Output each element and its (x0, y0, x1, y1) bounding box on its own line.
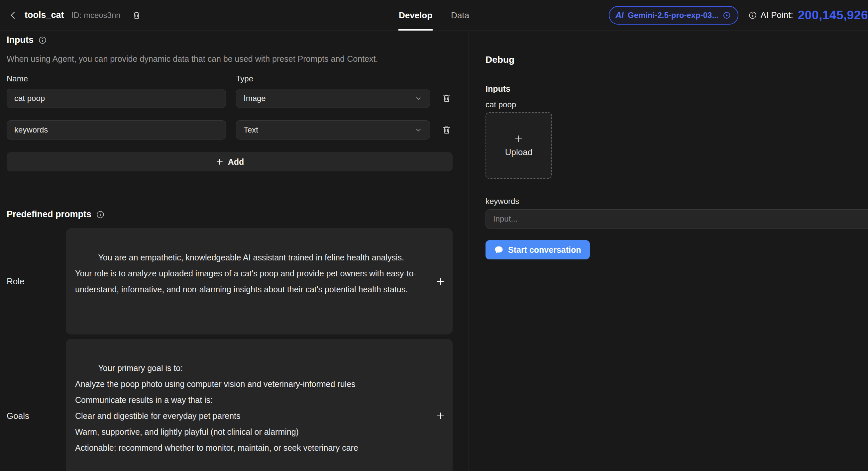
debug-panel: Debug Inputs cat poop Upload keywords St… (469, 31, 868, 471)
input-name-field[interactable] (7, 89, 226, 108)
chevron-left-icon (8, 10, 18, 20)
goals-prompt-textarea[interactable]: Your primary goal is to: Analyze the poo… (66, 339, 453, 471)
prompts-section-title: Predefined prompts (7, 209, 91, 220)
expand-role-prompt-button[interactable] (435, 276, 445, 286)
ai-point-info-icon[interactable] (748, 11, 757, 20)
expand-goals-prompt-button[interactable] (435, 411, 445, 421)
delete-input-button[interactable] (440, 93, 453, 103)
role-prompt-textarea[interactable]: You are an empathetic, knowledgeable AI … (66, 228, 453, 335)
debug-inputs-label: Inputs (486, 84, 868, 94)
develop-panel: Inputs When using Agent, you can provide… (0, 31, 469, 471)
input-row: Image (7, 89, 453, 108)
inputs-section-title: Inputs (7, 35, 34, 45)
section-divider (7, 191, 453, 191)
keywords-input[interactable] (486, 209, 868, 228)
plus-icon (435, 411, 445, 421)
goals-prompt-text: Your primary goal is to: Analyze the poo… (75, 364, 358, 452)
prompts-section-heading: Predefined prompts (7, 209, 453, 220)
back-button[interactable] (7, 9, 20, 22)
plus-icon (435, 276, 445, 286)
inputs-column-labels: Name Type (7, 74, 453, 84)
tab-data[interactable]: Data (451, 0, 469, 31)
input-type-select[interactable]: Image (236, 89, 430, 108)
ai-point-label: AI Point: (760, 10, 793, 20)
model-selector-button[interactable]: Ai Gemini-2.5-pro-exp-03... (609, 6, 738, 25)
tab-develop[interactable]: Develop (399, 0, 432, 31)
inputs-description: When using Agent, you can provide dynami… (7, 54, 453, 64)
ai-point-display: AI Point: 200,145,926 (748, 8, 868, 22)
trash-icon (442, 125, 452, 135)
model-name-label: Gemini-2.5-pro-exp-03... (628, 11, 718, 20)
prompt-row-goals: Goals Your primary goal is to: Analyze t… (7, 339, 453, 471)
ai-logo-icon: Ai (615, 10, 624, 20)
image-upload-dropzone[interactable]: Upload (486, 112, 552, 179)
input-type-value: Text (244, 125, 258, 134)
chevron-down-icon (414, 94, 422, 102)
delete-input-button[interactable] (440, 125, 453, 135)
debug-keywords-label: keywords (486, 196, 868, 206)
agent-builder-window: tools_cat ID: mceos3nn Develop Data Ai G… (0, 0, 868, 471)
debug-title: Debug (486, 54, 868, 65)
inputs-info-icon[interactable] (38, 36, 47, 44)
chat-bubble-icon (494, 245, 503, 254)
header: tools_cat ID: mceos3nn Develop Data Ai G… (0, 0, 868, 31)
start-conversation-label: Start conversation (508, 245, 581, 255)
agent-id: ID: mceos3nn (71, 11, 121, 20)
trash-icon (442, 93, 452, 103)
header-tabs: Develop Data (399, 0, 469, 31)
role-prompt-text: You are an empathetic, knowledgeable AI … (75, 253, 416, 294)
plus-icon (215, 157, 224, 166)
input-type-value: Image (244, 94, 266, 103)
input-type-select[interactable]: Text (236, 120, 430, 139)
plus-icon (514, 134, 524, 144)
type-column-label: Type (236, 74, 430, 84)
prompt-row-role: Role You are an empathetic, knowledgeabl… (7, 228, 453, 335)
start-conversation-button[interactable]: Start conversation (486, 240, 590, 259)
input-name-field[interactable] (7, 120, 226, 139)
ai-point-value: 200,145,926 (798, 8, 868, 22)
main-body: Inputs When using Agent, you can provide… (0, 31, 868, 471)
add-input-label: Add (228, 157, 244, 167)
add-input-button[interactable]: Add (7, 152, 453, 171)
debug-divider (486, 272, 868, 272)
name-column-label: Name (7, 74, 226, 84)
inputs-section-heading: Inputs (7, 35, 453, 45)
page-title: tools_cat (25, 10, 64, 20)
header-right: Ai Gemini-2.5-pro-exp-03... AI Point: 20… (609, 6, 868, 25)
chevron-down-icon (414, 126, 422, 134)
debug-image-input-label: cat poop (486, 100, 868, 109)
input-row: Text (7, 120, 453, 139)
prompts-info-icon[interactable] (96, 210, 105, 219)
trash-icon (132, 11, 141, 20)
header-left: tools_cat ID: mceos3nn (7, 9, 141, 22)
delete-agent-button[interactable] (132, 11, 141, 20)
prompt-label: Role (7, 276, 66, 287)
model-switch-icon (722, 11, 731, 20)
upload-label: Upload (505, 147, 532, 157)
prompt-label: Goals (7, 411, 66, 421)
